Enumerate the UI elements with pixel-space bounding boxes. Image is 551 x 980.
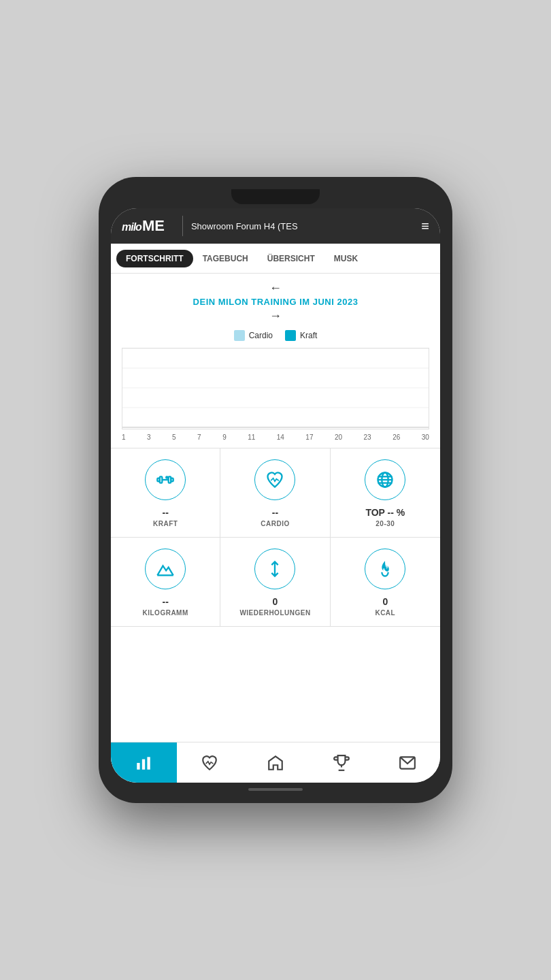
stat-kilogramm[interactable]: -- KILOGRAMM <box>111 538 220 627</box>
kcal-icon-circle <box>365 549 405 589</box>
logo-me: ME <box>142 217 165 235</box>
top-value: TOP -- % <box>365 507 405 518</box>
bottom-nav-health[interactable] <box>177 742 243 783</box>
kraft-label: Kraft <box>300 331 317 340</box>
x-label-5: 5 <box>172 434 176 441</box>
x-label-17: 17 <box>305 434 313 441</box>
phone-bottom-bar <box>111 783 440 791</box>
bar-chart-icon <box>135 754 152 772</box>
kraft-label: KRAFT <box>153 520 178 527</box>
svg-rect-6 <box>160 476 163 483</box>
home-indicator <box>248 788 303 791</box>
tab-fortschritt[interactable]: FORTSCHRITT <box>116 250 193 267</box>
wiederholungen-value: 0 <box>273 596 278 607</box>
nav-tabs: FORTSCHRITT TAGEBUCH ÜBERSICHT MUSK <box>111 244 440 274</box>
app-logo: milo ME <box>122 217 165 235</box>
header-divider <box>182 216 183 236</box>
next-month-arrow[interactable]: → <box>269 310 282 322</box>
cardio-icon-circle <box>254 459 295 500</box>
stat-kraft[interactable]: -- KRAFT <box>111 448 220 538</box>
cardio-value: -- <box>272 507 278 518</box>
notch-area <box>111 189 440 208</box>
x-label-14: 14 <box>277 434 284 441</box>
stats-grid: -- KRAFT -- CARDIO <box>111 448 440 627</box>
venue-label: Showroom Forum H4 (TES <box>191 221 421 231</box>
x-label-26: 26 <box>393 434 400 441</box>
svg-point-10 <box>165 476 169 479</box>
app-header: milo ME Showroom Forum H4 (TES ≡ <box>111 208 440 244</box>
heart-pulse-icon <box>201 754 218 772</box>
x-label-3: 3 <box>147 434 151 441</box>
top-label: 20-30 <box>375 520 395 527</box>
stat-cardio[interactable]: -- CARDIO <box>220 448 330 538</box>
phone-notch <box>231 189 320 204</box>
tab-musik[interactable]: MUSK <box>324 250 367 267</box>
kilogramm-label: KILOGRAMM <box>143 609 188 617</box>
hamburger-menu-icon[interactable]: ≡ <box>421 218 429 234</box>
x-label-20: 20 <box>335 434 342 441</box>
chart-legend: Cardio Kraft <box>111 326 440 345</box>
x-label-23: 23 <box>364 434 371 441</box>
kraft-swatch <box>285 330 296 341</box>
mountain-icon <box>156 559 175 578</box>
cardio-label: Cardio <box>249 331 273 340</box>
bottom-nav <box>111 742 440 783</box>
svg-rect-19 <box>142 759 145 769</box>
stat-wiederholungen[interactable]: 0 WIEDERHOLUNGEN <box>220 538 330 627</box>
x-label-1: 1 <box>122 434 126 441</box>
mail-icon <box>399 754 416 772</box>
bottom-nav-trophy[interactable] <box>308 742 374 783</box>
bottom-nav-home[interactable] <box>243 742 309 783</box>
phone-frame: milo ME Showroom Forum H4 (TES ≡ FORTSCH… <box>99 177 452 803</box>
cardio-swatch <box>234 330 245 341</box>
cardio-label-stat: CARDIO <box>261 520 289 527</box>
heartbeat-icon <box>265 470 284 489</box>
x-label-30: 30 <box>422 434 429 441</box>
kcal-label: KCAL <box>375 609 395 617</box>
chart-x-labels: 1 3 5 7 9 11 14 17 20 23 26 30 <box>111 432 440 442</box>
dumbbell-icon <box>156 470 175 489</box>
prev-month-arrow[interactable]: ← <box>269 282 282 294</box>
main-content: ← DEIN MILON TRAINING IM JUNI 2023 → Car… <box>111 274 440 742</box>
legend-kraft: Kraft <box>285 330 317 341</box>
kraft-icon-circle <box>145 459 186 500</box>
flame-icon <box>375 559 395 578</box>
kcal-value: 0 <box>382 596 388 607</box>
svg-rect-18 <box>137 763 140 770</box>
bottom-nav-mail[interactable] <box>374 742 440 783</box>
stat-kcal[interactable]: 0 KCAL <box>331 538 440 627</box>
trophy-icon <box>333 754 350 772</box>
wiederholungen-label: WIEDERHOLUNGEN <box>239 609 310 617</box>
arrow-updown-icon <box>265 559 284 578</box>
svg-rect-9 <box>171 478 173 482</box>
top-icon-circle <box>365 459 405 500</box>
wiederholungen-icon-circle <box>254 549 295 589</box>
home-icon <box>267 754 284 772</box>
tab-uebersicht[interactable]: ÜBERSICHT <box>258 250 324 267</box>
tab-tagebuch[interactable]: TAGEBUCH <box>193 250 258 267</box>
kilogramm-icon-circle <box>145 549 186 589</box>
bottom-nav-stats[interactable] <box>111 742 177 783</box>
phone-screen: milo ME Showroom Forum H4 (TES ≡ FORTSCH… <box>111 208 440 783</box>
x-label-7: 7 <box>197 434 201 441</box>
kilogramm-value: -- <box>163 596 169 607</box>
legend-cardio: Cardio <box>234 330 273 341</box>
section-header: ← DEIN MILON TRAINING IM JUNI 2023 → <box>111 274 440 326</box>
training-chart <box>122 348 429 429</box>
logo-milo: milo <box>122 221 141 233</box>
globe-icon <box>375 470 395 489</box>
x-label-9: 9 <box>222 434 227 441</box>
training-title: DEIN MILON TRAINING IM JUNI 2023 <box>193 297 358 307</box>
x-label-11: 11 <box>248 434 255 441</box>
stat-top[interactable]: TOP -- % 20-30 <box>331 448 440 538</box>
kraft-value: -- <box>163 507 169 518</box>
svg-rect-20 <box>148 757 150 769</box>
